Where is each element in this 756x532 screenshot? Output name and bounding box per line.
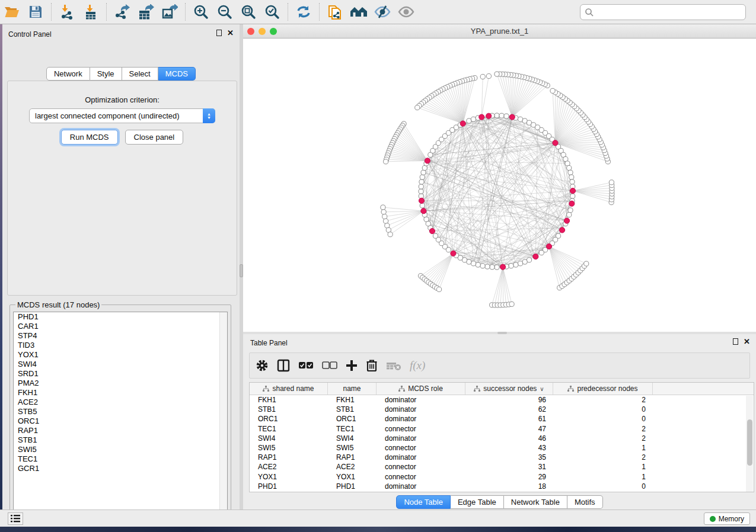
table-scrollbar-thumb[interactable] bbox=[747, 419, 752, 466]
table-row[interactable]: RAP1RAP1dominator352 bbox=[250, 453, 754, 462]
network-graph[interactable] bbox=[243, 39, 756, 332]
mcds-result-item[interactable]: STB5 bbox=[14, 407, 227, 416]
refresh-icon[interactable] bbox=[294, 3, 314, 21]
delete-column-icon[interactable] bbox=[366, 357, 378, 374]
table-row[interactable]: FKH1FKH1dominator962 bbox=[250, 395, 754, 405]
home-layout-icon[interactable] bbox=[349, 3, 369, 21]
column-header-shared-name[interactable]: shared name bbox=[250, 383, 328, 395]
float-table-panel-icon[interactable] bbox=[733, 338, 738, 345]
table-cell: 29 bbox=[465, 473, 553, 481]
search-field[interactable] bbox=[580, 4, 746, 20]
mcds-result-item[interactable]: RAP1 bbox=[14, 426, 227, 435]
mcds-result-item[interactable]: GCR1 bbox=[14, 464, 227, 473]
column-header-predecessor-nodes[interactable]: predecessor nodes bbox=[553, 383, 653, 395]
mcds-result-item[interactable]: PMA2 bbox=[14, 379, 227, 388]
zoom-selected-icon[interactable] bbox=[262, 3, 282, 21]
select-all-icon[interactable] bbox=[298, 357, 314, 374]
export-table-icon[interactable] bbox=[136, 3, 156, 21]
close-panel-button[interactable]: Close panel bbox=[125, 130, 184, 145]
function-builder-icon[interactable]: f(x) bbox=[410, 357, 425, 374]
mcds-result-item[interactable]: SWI4 bbox=[14, 360, 227, 369]
table-cell: PHD1 bbox=[250, 482, 328, 491]
column-header-name[interactable]: name bbox=[328, 383, 377, 395]
table-cell: 47 bbox=[465, 425, 553, 433]
criterion-dropdown[interactable]: largest connected component (undirected)… bbox=[29, 108, 215, 123]
open-file-icon[interactable] bbox=[2, 3, 22, 21]
save-session-icon[interactable] bbox=[25, 3, 46, 21]
table-cell: YOX1 bbox=[250, 473, 328, 481]
show-all-eye-icon[interactable] bbox=[396, 3, 416, 21]
network-titlebar[interactable]: YPA_prune.txt_1 bbox=[243, 24, 756, 39]
table-cell: FKH1 bbox=[250, 396, 328, 404]
tab-node-table[interactable]: Node Table bbox=[396, 495, 451, 509]
table-toolbar: f(x) bbox=[249, 352, 750, 379]
tab-style[interactable]: Style bbox=[90, 67, 122, 81]
control-panel-title: Control Panel bbox=[8, 30, 52, 39]
table-row[interactable]: ORC1ORC1dominator610 bbox=[250, 414, 754, 424]
network-window-title: YPA_prune.txt_1 bbox=[243, 27, 756, 36]
mcds-result-item[interactable]: YOX1 bbox=[14, 350, 227, 360]
tab-network[interactable]: Network bbox=[46, 67, 90, 81]
mcds-result-item[interactable]: STP4 bbox=[14, 331, 227, 341]
zoom-fit-icon[interactable] bbox=[238, 3, 259, 21]
mcds-result-item[interactable]: FKH1 bbox=[14, 388, 227, 398]
tab-motifs[interactable]: Motifs bbox=[567, 495, 603, 509]
mcds-result-list[interactable]: PHD1CAR1STP4TID3YOX1SWI4SRD1PMA2FKH1ACE2… bbox=[13, 312, 228, 517]
mcds-result-item[interactable]: PHD1 bbox=[14, 312, 227, 322]
close-table-panel-icon[interactable]: ✕ bbox=[744, 338, 750, 345]
table-row[interactable]: SWI5SWI5connector431 bbox=[250, 443, 754, 453]
export-network-icon[interactable] bbox=[112, 3, 132, 21]
task-history-button[interactable] bbox=[8, 512, 23, 525]
network-canvas[interactable] bbox=[243, 39, 756, 332]
table-row[interactable]: STB1STB1dominator620 bbox=[250, 405, 754, 414]
table-row[interactable]: ACE2ACE2connector311 bbox=[250, 462, 754, 472]
horizontal-splitter-grip[interactable] bbox=[497, 332, 507, 334]
mcds-result-item[interactable]: ACE2 bbox=[14, 398, 227, 407]
float-panel-icon[interactable] bbox=[216, 30, 222, 36]
table-row[interactable]: TEC1TEC1connector472 bbox=[250, 424, 754, 434]
deselect-all-icon[interactable] bbox=[322, 357, 337, 374]
hide-selected-eye-icon[interactable] bbox=[372, 3, 393, 21]
dropdown-stepper-icon: ▲▼ bbox=[203, 108, 215, 123]
mcds-result-item[interactable]: CAR1 bbox=[14, 322, 227, 331]
mcds-result-item[interactable]: TID3 bbox=[14, 341, 227, 350]
mcds-result-item[interactable]: SWI5 bbox=[14, 445, 227, 454]
run-mcds-button[interactable]: Run MCDS bbox=[61, 130, 118, 145]
copy-network-icon[interactable] bbox=[325, 3, 345, 21]
table-row[interactable]: SWI4SWI4dominator462 bbox=[250, 434, 754, 443]
column-header-successor-nodes[interactable]: successor nodes∨ bbox=[465, 383, 553, 395]
export-image-icon[interactable] bbox=[160, 3, 180, 21]
mcds-result-item[interactable]: TEC1 bbox=[14, 454, 227, 464]
control-panel-tabs: Network Style Select MCDS bbox=[46, 67, 196, 81]
column-header-MCDS-role[interactable]: MCDS role bbox=[377, 383, 465, 395]
tab-network-table[interactable]: Network Table bbox=[504, 495, 567, 509]
table-cell: 61 bbox=[465, 415, 553, 423]
toolbar-separator bbox=[51, 3, 52, 21]
import-table-icon[interactable] bbox=[81, 3, 101, 21]
import-network-icon[interactable] bbox=[57, 3, 77, 21]
tab-select[interactable]: Select bbox=[122, 67, 158, 81]
gear-icon[interactable] bbox=[256, 357, 269, 374]
status-bar: Memory bbox=[0, 509, 756, 527]
list-scrollbar-track[interactable] bbox=[219, 312, 227, 517]
mcds-result-item[interactable]: SRD1 bbox=[14, 369, 227, 379]
mcds-result-item[interactable]: ORC1 bbox=[14, 416, 227, 426]
node-table-body: FKH1FKH1dominator962STB1STB1dominator620… bbox=[250, 395, 754, 491]
table-cell: FKH1 bbox=[328, 396, 377, 404]
table-scrollbar-track[interactable] bbox=[746, 396, 753, 492]
add-column-icon[interactable] bbox=[346, 357, 358, 374]
tab-mcds[interactable]: MCDS bbox=[158, 67, 196, 81]
clear-table-icon[interactable] bbox=[386, 357, 401, 374]
close-panel-icon[interactable]: ✕ bbox=[227, 30, 234, 36]
network-view-window: YPA_prune.txt_1 bbox=[243, 24, 756, 332]
table-cell: 2 bbox=[553, 453, 653, 462]
zoom-out-icon[interactable] bbox=[215, 3, 235, 21]
split-panel-icon[interactable] bbox=[277, 357, 290, 374]
mcds-result-item[interactable]: STB1 bbox=[14, 435, 227, 445]
search-input[interactable] bbox=[594, 8, 745, 17]
table-row[interactable]: PHD1PHD1dominator180 bbox=[250, 482, 754, 491]
table-row[interactable]: YOX1YOX1connector291 bbox=[250, 472, 754, 482]
memory-button[interactable]: Memory bbox=[704, 512, 750, 525]
tab-edge-table[interactable]: Edge Table bbox=[451, 495, 504, 509]
zoom-in-icon[interactable] bbox=[191, 3, 211, 21]
